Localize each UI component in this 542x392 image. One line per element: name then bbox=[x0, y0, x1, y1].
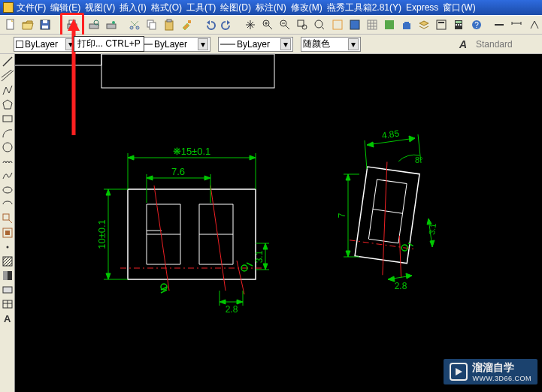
svg-point-51 bbox=[6, 246, 8, 249]
menu-express[interactable]: Express bbox=[406, 2, 438, 13]
undo-icon[interactable] bbox=[201, 17, 217, 33]
layer-icon[interactable] bbox=[416, 17, 432, 33]
svg-rect-55 bbox=[3, 287, 12, 293]
svg-marker-114 bbox=[388, 276, 395, 282]
svg-rect-62 bbox=[101, 54, 274, 88]
svg-rect-28 bbox=[437, 20, 446, 29]
svg-rect-45 bbox=[3, 116, 12, 122]
gradient-icon[interactable] bbox=[2, 270, 14, 282]
svg-marker-44 bbox=[3, 100, 12, 109]
textstyle-icon[interactable]: A bbox=[459, 38, 467, 50]
svg-text:?: ? bbox=[474, 21, 479, 29]
angle-dim-icon[interactable] bbox=[526, 17, 542, 33]
svg-rect-17 bbox=[188, 20, 191, 23]
polygon-icon[interactable] bbox=[2, 98, 14, 110]
match-icon[interactable] bbox=[178, 17, 194, 33]
text-icon[interactable]: A bbox=[2, 312, 14, 324]
line-mode-icon[interactable] bbox=[492, 17, 507, 33]
svg-line-65 bbox=[210, 185, 226, 291]
plot-icon[interactable] bbox=[64, 17, 80, 33]
menu-dimension[interactable]: 标注(N) bbox=[256, 2, 286, 14]
textstyle-value: Standard bbox=[476, 39, 513, 50]
ellipsearc-icon[interactable] bbox=[2, 198, 14, 210]
svg-rect-5 bbox=[69, 20, 75, 24]
svg-rect-32 bbox=[456, 24, 457, 26]
publish-icon[interactable] bbox=[103, 17, 119, 33]
zoom-rt-icon[interactable] bbox=[259, 17, 275, 33]
ellipse-icon[interactable] bbox=[2, 184, 14, 196]
dim-main-width: ❋15±0.1 bbox=[173, 146, 211, 157]
dim2-height: 7 bbox=[337, 213, 347, 218]
svg-rect-33 bbox=[458, 24, 459, 26]
color-dropdown[interactable]: ByLayer ▾ bbox=[14, 37, 78, 52]
save-icon[interactable] bbox=[37, 17, 53, 33]
linetype-value: ByLayer bbox=[154, 39, 187, 50]
svg-marker-108 bbox=[346, 174, 350, 180]
line-icon[interactable] bbox=[2, 56, 14, 68]
svg-line-64 bbox=[154, 185, 169, 291]
draw-toolbar: A bbox=[0, 54, 15, 392]
snap-icon[interactable] bbox=[329, 17, 345, 33]
region-icon[interactable] bbox=[2, 284, 14, 296]
pan-icon[interactable] bbox=[242, 17, 258, 33]
insert-icon[interactable] bbox=[2, 213, 14, 225]
lineweight-dropdown[interactable]: ByLayer ▾ bbox=[218, 37, 293, 52]
help-icon[interactable]: ? bbox=[468, 17, 484, 33]
plot-preview-icon[interactable] bbox=[86, 17, 101, 33]
table-icon[interactable] bbox=[2, 298, 14, 310]
menu-insert[interactable]: 插入(I) bbox=[120, 2, 146, 14]
calc-icon[interactable] bbox=[451, 17, 467, 33]
svg-line-98 bbox=[394, 236, 407, 278]
model-space[interactable]: ❋15±0.1 7.6 10±0.1 bbox=[15, 54, 542, 392]
revcloud-icon[interactable] bbox=[2, 155, 14, 167]
purge-icon[interactable] bbox=[398, 17, 414, 33]
svg-rect-31 bbox=[456, 21, 462, 23]
menu-view[interactable]: 视图(V) bbox=[85, 2, 115, 14]
watermark-url: WWW.3D66.COM bbox=[472, 375, 531, 382]
block-icon[interactable] bbox=[2, 227, 14, 239]
pline-icon[interactable] bbox=[2, 84, 14, 96]
svg-rect-24 bbox=[350, 20, 359, 29]
ortho-icon[interactable] bbox=[347, 17, 362, 33]
open-icon[interactable] bbox=[20, 17, 35, 33]
dropdown-arrow-icon[interactable]: ▾ bbox=[198, 38, 208, 50]
dropdown-arrow-icon[interactable]: ▾ bbox=[280, 38, 291, 50]
hatch-icon[interactable] bbox=[2, 255, 14, 267]
arc-icon[interactable] bbox=[2, 127, 14, 139]
plotstyle-dropdown[interactable]: 随颜色 ▾ bbox=[301, 37, 361, 52]
spline-icon[interactable] bbox=[2, 170, 14, 182]
menu-modify[interactable]: 修改(M) bbox=[291, 2, 322, 14]
menu-draw[interactable]: 绘图(D) bbox=[220, 2, 251, 14]
grid-icon[interactable] bbox=[364, 17, 380, 33]
cut-icon[interactable] bbox=[126, 17, 142, 33]
svg-line-96 bbox=[371, 162, 398, 276]
point-icon[interactable] bbox=[2, 241, 14, 253]
svg-marker-115 bbox=[406, 273, 412, 279]
copy-icon[interactable] bbox=[144, 17, 159, 33]
zoom-window-icon[interactable] bbox=[295, 17, 310, 33]
dropdown-arrow-icon[interactable]: ▾ bbox=[348, 38, 359, 50]
dim-icon[interactable] bbox=[509, 17, 525, 33]
new-icon[interactable] bbox=[2, 17, 18, 33]
paste-icon[interactable] bbox=[161, 17, 177, 33]
zoom-icon[interactable] bbox=[312, 17, 328, 33]
prop-icon[interactable] bbox=[434, 17, 450, 33]
redo-icon[interactable] bbox=[219, 17, 235, 33]
menu-yanxiu[interactable]: 燕秀工具箱2.81(Y) bbox=[327, 2, 401, 14]
plotstyle-value: 随颜色 bbox=[303, 38, 330, 50]
menu-tools[interactable]: 工具(T) bbox=[186, 2, 216, 14]
menu-window[interactable]: 窗口(W) bbox=[443, 2, 475, 14]
rect-icon[interactable] bbox=[2, 113, 14, 125]
menu-format[interactable]: 格式(O) bbox=[151, 2, 182, 14]
zoom-prev-icon[interactable] bbox=[277, 17, 293, 33]
circle-icon[interactable] bbox=[2, 141, 14, 153]
svg-point-22 bbox=[315, 20, 322, 28]
plot-highlight bbox=[60, 13, 84, 37]
xline-icon[interactable] bbox=[2, 70, 14, 82]
svg-rect-54 bbox=[3, 271, 8, 280]
dwg-icon[interactable] bbox=[381, 17, 397, 33]
watermark: 溜溜自学 WWW.3D66.COM bbox=[444, 359, 537, 384]
menu-file[interactable]: 文件(F) bbox=[17, 2, 46, 14]
textstyle-dropdown[interactable]: Standard bbox=[474, 37, 542, 52]
menu-edit[interactable]: 编辑(E) bbox=[50, 2, 80, 14]
